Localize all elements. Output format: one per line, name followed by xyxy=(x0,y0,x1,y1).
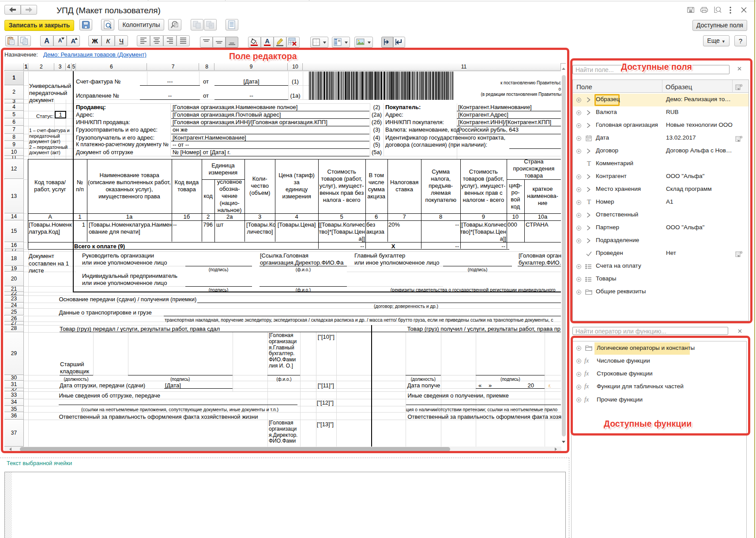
svg-text:R:: R: xyxy=(338,39,341,42)
